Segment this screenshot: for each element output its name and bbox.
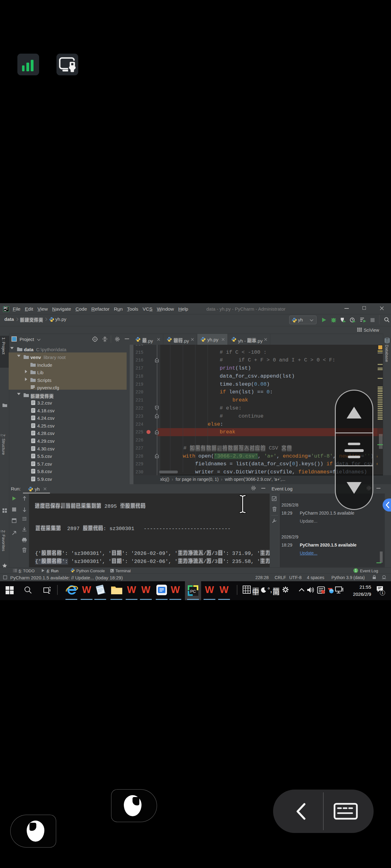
svg-text:PC: PC (190, 589, 196, 594)
